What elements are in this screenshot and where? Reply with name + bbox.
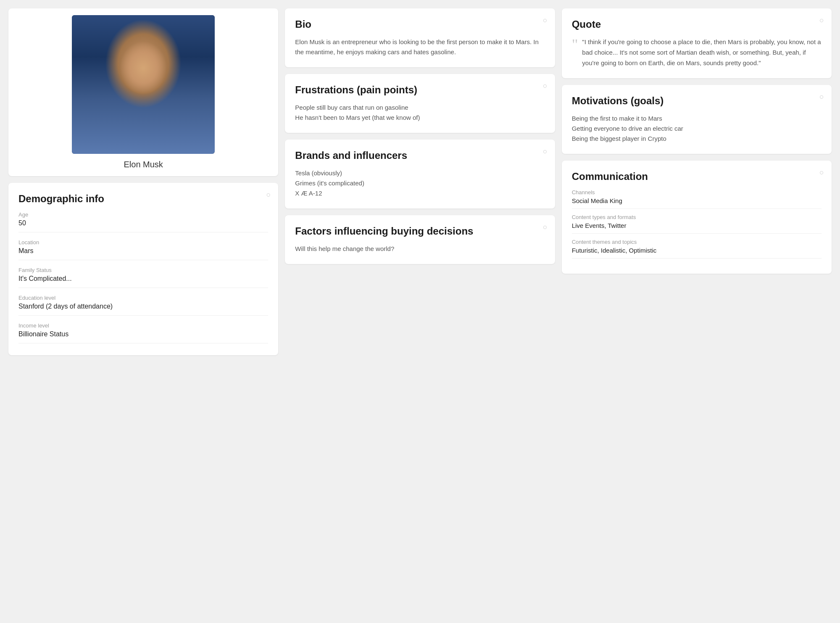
buying-icon: ○ — [543, 223, 548, 232]
profile-card: Elon Musk — [8, 8, 278, 176]
brands-card: ○ Brands and influencers Tesla (obviousl… — [285, 140, 555, 209]
family-field: Family Status It's Complicated... — [18, 267, 268, 288]
quote-icon: ○ — [819, 16, 824, 25]
buying-card: ○ Factors influencing buying decisions W… — [285, 215, 555, 264]
motivations-card: ○ Motivations (goals) Being the first to… — [562, 85, 832, 154]
age-value: 50 — [18, 219, 268, 232]
content-types-label: Content types and formats — [572, 214, 822, 220]
profile-name: Elon Musk — [124, 160, 163, 169]
brands-title: Brands and influencers — [295, 150, 545, 161]
brands-icon: ○ — [543, 147, 548, 156]
age-label: Age — [18, 211, 268, 218]
brands-text: Tesla (obviously) Grimes (it's complicat… — [295, 168, 545, 198]
motivations-text: Being the first to make it to Mars Getti… — [572, 114, 822, 144]
location-value: Mars — [18, 247, 268, 260]
communication-title: Communication — [572, 171, 822, 182]
channels-value: Social Media King — [572, 197, 822, 209]
location-field: Location Mars — [18, 239, 268, 260]
bio-card: ○ Bio Elon Musk is an entrepreneur who i… — [285, 8, 555, 67]
motivations-icon: ○ — [819, 92, 824, 101]
education-value: Stanford (2 days of attendance) — [18, 303, 268, 316]
education-label: Education level — [18, 295, 268, 301]
frustrations-card: ○ Frustrations (pain points) People stil… — [285, 74, 555, 133]
motivations-title: Motivations (goals) — [572, 95, 822, 107]
communication-icon: ○ — [819, 168, 824, 177]
frustrations-icon: ○ — [543, 82, 548, 90]
frustrations-title: Frustrations (pain points) — [295, 84, 545, 96]
content-themes-section: Content themes and topics Futuristic, Id… — [572, 239, 822, 259]
quote-text: "I think if you're going to choose a pla… — [582, 37, 822, 68]
location-label: Location — [18, 239, 268, 246]
communication-card: ○ Communication Channels Social Media Ki… — [562, 161, 832, 274]
demographic-card: ○ Demographic info Age 50 Location Mars … — [8, 183, 278, 355]
content-types-section: Content types and formats Live Events, T… — [572, 214, 822, 234]
bio-title: Bio — [295, 18, 545, 30]
income-label: Income level — [18, 322, 268, 329]
frustrations-text: People still buy cars that run on gasoli… — [295, 103, 545, 123]
family-label: Family Status — [18, 267, 268, 273]
content-types-value: Live Events, Twitter — [572, 222, 822, 234]
buying-title: Factors influencing buying decisions — [295, 225, 545, 237]
content-themes-label: Content themes and topics — [572, 239, 822, 245]
education-field: Education level Stanford (2 days of atte… — [18, 295, 268, 316]
quote-mark: " — [572, 37, 578, 52]
channels-section: Channels Social Media King — [572, 189, 822, 209]
content-themes-value: Futuristic, Idealistic, Optimistic — [572, 247, 822, 259]
demographic-icon: ○ — [266, 190, 271, 199]
age-field: Age 50 — [18, 211, 268, 232]
profile-image — [72, 15, 215, 154]
quote-title: Quote — [572, 18, 822, 30]
family-value: It's Complicated... — [18, 275, 268, 288]
channels-label: Channels — [572, 189, 822, 195]
bio-text: Elon Musk is an entrepreneur who is look… — [295, 37, 545, 57]
demographic-title: Demographic info — [18, 193, 268, 205]
income-field: Income level Billionaire Status — [18, 322, 268, 343]
income-value: Billionaire Status — [18, 330, 268, 343]
buying-text: Will this help me change the world? — [295, 244, 545, 254]
bio-icon: ○ — [543, 16, 548, 25]
quote-card: ○ Quote " "I think if you're going to ch… — [562, 8, 832, 78]
